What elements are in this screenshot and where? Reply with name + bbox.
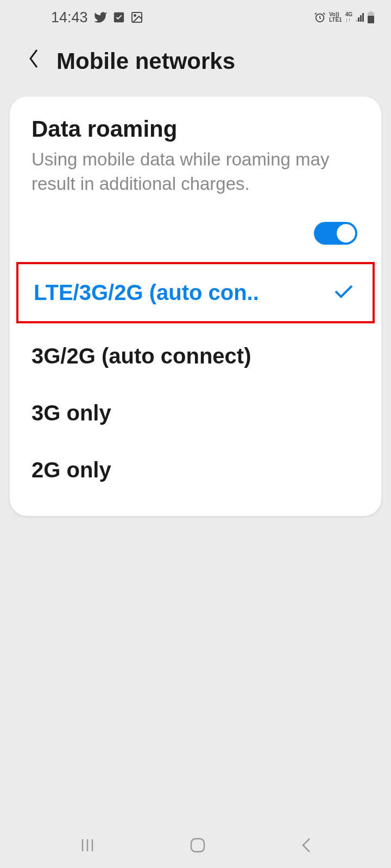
data-roaming-toggle[interactable] <box>314 222 357 245</box>
navigation-bar <box>0 825 391 868</box>
checkbox-icon <box>113 11 125 23</box>
network-type-indicator: 4G ↓↑ <box>345 12 352 23</box>
network-mode-option-3g2g[interactable]: 3G/2G (auto connect) <box>10 328 381 385</box>
alarm-icon <box>314 11 326 23</box>
settings-card: Data roaming Using mobile data while roa… <box>10 97 381 516</box>
data-roaming-title: Data roaming <box>31 116 360 142</box>
page-title: Mobile networks <box>56 48 235 74</box>
network-mode-option-3g[interactable]: 3G only <box>10 385 381 442</box>
back-nav-icon[interactable] <box>300 837 312 856</box>
data-roaming-section: Data roaming Using mobile data while roa… <box>10 116 381 212</box>
home-icon[interactable] <box>189 837 206 856</box>
twitter-icon <box>93 10 108 24</box>
recents-icon[interactable] <box>79 837 96 856</box>
network-mode-selected-label: LTE/3G/2G (auto con.. <box>34 280 259 305</box>
network-mode-option-label: 3G only <box>31 401 111 425</box>
back-icon[interactable] <box>27 48 40 75</box>
image-icon <box>130 11 143 24</box>
svg-rect-4 <box>369 11 373 12</box>
data-roaming-description: Using mobile data while roaming may resu… <box>31 148 360 196</box>
check-icon <box>333 284 354 302</box>
network-mode-option-2g[interactable]: 2G only <box>10 442 381 499</box>
status-left: 14:43 <box>51 9 143 26</box>
network-mode-option-label: 3G/2G (auto connect) <box>31 344 251 368</box>
svg-point-2 <box>134 15 136 16</box>
network-mode-selected[interactable]: LTE/3G/2G (auto con.. <box>16 262 375 323</box>
status-time: 14:43 <box>51 9 88 26</box>
svg-rect-10 <box>191 839 204 852</box>
status-right: Vo)) LTE1 4G ↓↑ <box>314 11 375 23</box>
network-mode-option-label: 2G only <box>31 458 111 482</box>
header: Mobile networks <box>0 33 391 97</box>
signal-icon <box>356 13 364 22</box>
battery-icon <box>367 11 375 23</box>
svg-rect-6 <box>368 16 374 23</box>
status-bar: 14:43 Vo)) LTE1 4G ↓↑ <box>0 0 391 33</box>
volte-indicator: Vo)) LTE1 <box>329 12 342 23</box>
toggle-knob <box>336 223 356 244</box>
data-roaming-toggle-row <box>10 212 381 258</box>
